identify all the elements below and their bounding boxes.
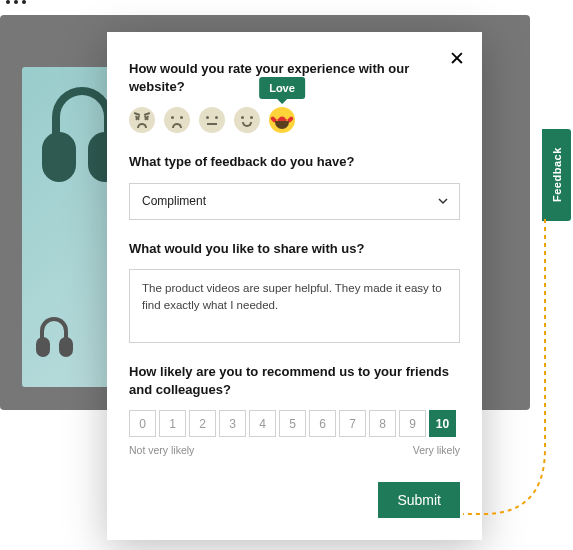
close-button[interactable]: ✕ (447, 48, 467, 68)
nps-option-1[interactable]: 1 (159, 410, 186, 437)
nps-option-3[interactable]: 3 (219, 410, 246, 437)
nps-option-6[interactable]: 6 (309, 410, 336, 437)
question-nps: How likely are you to recommend us to yo… (129, 363, 460, 398)
feedback-type-select[interactable]: Compliment (129, 183, 460, 220)
emoji-rating-row: Love (129, 107, 460, 133)
feedback-modal: ✕ How would you rate your experience wit… (107, 32, 482, 540)
nps-option-0[interactable]: 0 (129, 410, 156, 437)
nps-option-7[interactable]: 7 (339, 410, 366, 437)
emoji-smile[interactable] (234, 107, 260, 133)
emoji-love[interactable]: Love (269, 107, 295, 133)
close-icon: ✕ (449, 48, 465, 69)
headphones-thumbnail (32, 317, 77, 362)
chevron-down-icon (437, 195, 449, 207)
nps-option-5[interactable]: 5 (279, 410, 306, 437)
emoji-neutral[interactable] (199, 107, 225, 133)
emoji-sad[interactable] (164, 107, 190, 133)
nps-low-label: Not very likely (129, 444, 194, 456)
emoji-angry[interactable] (129, 107, 155, 133)
emoji-tooltip: Love (259, 77, 305, 99)
textarea-content: The product videos are super helpful. Th… (142, 282, 442, 311)
nps-option-4[interactable]: 4 (249, 410, 276, 437)
submit-button[interactable]: Submit (378, 482, 460, 518)
nps-labels: Not very likely Very likely (129, 444, 460, 456)
question-share: What would you like to share with us? (129, 240, 460, 258)
nps-scale: 012345678910 (129, 410, 460, 437)
nps-option-10[interactable]: 10 (429, 410, 456, 437)
nps-option-9[interactable]: 9 (399, 410, 426, 437)
select-value: Compliment (142, 194, 206, 208)
nps-option-8[interactable]: 8 (369, 410, 396, 437)
feedback-tab[interactable]: Feedback (542, 129, 571, 221)
feedback-textarea[interactable]: The product videos are super helpful. Th… (129, 269, 460, 343)
nps-high-label: Very likely (413, 444, 460, 456)
window-dots (6, 0, 26, 4)
nps-option-2[interactable]: 2 (189, 410, 216, 437)
question-feedback-type: What type of feedback do you have? (129, 153, 460, 171)
